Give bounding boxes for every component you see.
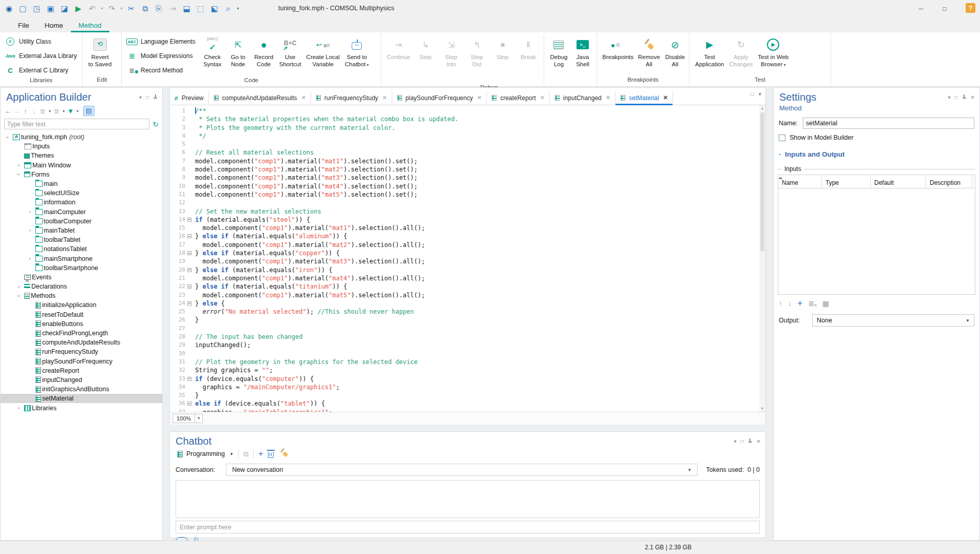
fold-marker-icon[interactable] — [185, 249, 193, 257]
tree-item-Libraries[interactable]: ›Libraries — [1, 403, 162, 412]
go-forward-icon[interactable]: → — [12, 107, 21, 115]
button-debug-log[interactable]: Debug Log — [544, 35, 570, 84]
button-model-expressions[interactable]: ≣Model Expressions — [125, 49, 198, 63]
close-tab-icon[interactable]: ✕ — [606, 94, 610, 101]
paste-icon[interactable]: ⎘ — [152, 4, 166, 13]
expand-arrow-icon[interactable]: › — [26, 227, 34, 233]
expand-arrow-icon[interactable]: › — [15, 162, 23, 168]
redo-dropdown-icon[interactable]: ▾ — [119, 6, 124, 11]
button-go-to-node[interactable]: ⇱Go to Node — [225, 35, 251, 68]
tree-item-Methods[interactable]: ›Methods — [1, 291, 162, 300]
customize-toolbar-icon[interactable]: ▾ — [235, 6, 241, 11]
move-down-icon[interactable]: ↓ — [788, 299, 792, 308]
button-record-method[interactable]: ≣Record Method — [125, 64, 198, 77]
tree-item-Forms[interactable]: ›Forms — [1, 170, 162, 179]
filter-icon[interactable]: ▼ — [66, 107, 75, 115]
tree-item-toolbarSmartphone[interactable]: toolbarSmartphone — [1, 263, 162, 273]
float-icon[interactable]: □ — [751, 91, 754, 98]
tree-item-toolbarComputer[interactable]: toolbarComputer — [1, 217, 162, 226]
zoom-dropdown-icon[interactable]: ▼ — [195, 414, 203, 423]
chevron-down-icon[interactable]: ▾ — [139, 94, 142, 100]
fold-marker-icon[interactable] — [185, 232, 193, 240]
fold-marker-icon[interactable] — [185, 266, 193, 274]
tree-item-resetToDefault[interactable]: resetToDefault — [1, 310, 162, 319]
tree-item-main[interactable]: main — [1, 179, 162, 188]
close-tab-icon[interactable]: ✕ — [477, 94, 482, 101]
undo-dropdown-icon[interactable]: ▾ — [99, 6, 105, 11]
column-header-unit[interactable]: Unit — [972, 175, 975, 188]
cut-icon[interactable]: ✂ — [124, 4, 138, 13]
tree-item-runFrequencyStudy[interactable]: runFrequencyStudy — [1, 347, 162, 356]
prompt-input[interactable] — [176, 524, 759, 531]
edit-table-icon[interactable]: ▦ — [822, 299, 829, 308]
tree-item-notationsTablet[interactable]: notationsTablet — [1, 244, 162, 254]
editor-tab-computeAndUpdateResults[interactable]: computeAndUpdateResults✕ — [209, 91, 311, 105]
tree-item-information[interactable]: information — [1, 198, 162, 207]
button-external-c-library[interactable]: CExternal C Library — [3, 64, 79, 77]
tree-item-playSoundForFrequency[interactable]: playSoundForFrequency — [1, 357, 162, 366]
close-icon[interactable]: ✕ — [757, 438, 761, 444]
tree-item-initGraphicsAndButtons[interactable]: initGraphicsAndButtons — [1, 385, 162, 394]
redo-icon[interactable]: ↷ — [105, 4, 119, 13]
column-header-name[interactable]: Name — [778, 175, 822, 188]
tree-item-tuning_fork.mph[interactable]: ›tuning_fork.mph(root) — [1, 132, 162, 142]
expand-arrow-icon[interactable]: › — [26, 209, 34, 215]
tree-item-Main Window[interactable]: ›Main Window — [1, 161, 162, 170]
tree-item-initializeApplication[interactable]: initializeApplication — [1, 300, 162, 310]
undo-icon[interactable]: ↶ — [85, 4, 99, 13]
select-region-icon[interactable]: ⬚ — [194, 4, 207, 13]
fold-marker-icon[interactable] — [185, 216, 193, 224]
scroll-down-icon[interactable]: ▼ — [759, 406, 765, 412]
editor-tab-Preview[interactable]: ⌕Preview — [170, 91, 209, 105]
delete-input-icon[interactable]: ≣ₓ — [809, 299, 817, 308]
chevron-down-icon[interactable]: ▾ — [734, 438, 737, 444]
restart-session-icon[interactable]: ⧉ — [243, 450, 248, 459]
vertical-scrollbar[interactable]: ▲ ▼ — [759, 105, 765, 412]
ribbon-tab-method[interactable]: Method — [71, 19, 109, 32]
ribbon-tab-home[interactable]: Home — [37, 19, 71, 32]
go-back-icon[interactable]: ← — [4, 107, 12, 115]
find-icon[interactable]: ⌕ — [221, 4, 235, 13]
scrollbar-thumb[interactable] — [760, 112, 764, 251]
fold-marker-icon[interactable] — [185, 399, 193, 408]
tree-item-inputChanged[interactable]: inputChanged — [1, 375, 162, 385]
tree-item-mainSmartphone[interactable]: ›mainSmartphone — [1, 254, 162, 263]
column-header-description[interactable]: Description — [926, 175, 972, 188]
collapse-levels-dropdown-icon[interactable]: ▼ — [61, 109, 66, 113]
pin-icon[interactable] — [153, 94, 158, 100]
close-tab-icon[interactable]: ✕ — [663, 94, 668, 101]
collapse-arrow-icon[interactable]: › — [5, 133, 10, 141]
editor-tab-runFrequencyStudy[interactable]: runFrequencyStudy✕ — [311, 91, 392, 105]
save-icon[interactable]: ▣ — [44, 4, 57, 13]
tree-item-Events[interactable]: Events — [1, 273, 162, 282]
tree-item-setMaterial[interactable]: setMaterial — [1, 394, 162, 403]
tree-item-Themes[interactable]: Themes — [1, 151, 162, 160]
tree-item-Inputs[interactable]: Inputs — [1, 142, 162, 151]
conversation-dropdown[interactable]: New conversation ▼ — [226, 464, 698, 476]
float-icon[interactable]: □ — [741, 438, 744, 444]
expand-arrow-icon[interactable]: › — [15, 284, 23, 290]
show-in-model-builder-checkbox[interactable] — [779, 135, 785, 141]
new-file-icon[interactable]: ▢ — [16, 4, 30, 13]
mode-dropdown[interactable]: Programming ▼ — [176, 450, 234, 457]
button-create-local-variable[interactable]: a=Create Local Variable — [304, 35, 342, 68]
button-test-in-web-browser[interactable]: ▶Test in Web Browser ▾ — [755, 35, 791, 68]
float-icon[interactable]: □ — [146, 94, 149, 100]
filter-input[interactable] — [4, 119, 149, 129]
move-down-icon[interactable]: ↓ — [30, 107, 39, 115]
editor-tab-createReport[interactable]: createReport✕ — [487, 91, 550, 105]
close-tab-icon[interactable]: ✕ — [540, 94, 545, 101]
zoom-level[interactable]: 100% — [172, 414, 195, 423]
tree-item-createReport[interactable]: createReport — [1, 366, 162, 375]
fold-marker-icon[interactable] — [185, 282, 193, 291]
delete-conversation-icon[interactable] — [268, 452, 274, 458]
fold-marker-icon[interactable] — [185, 375, 193, 383]
refresh-icon[interactable]: ↻ — [152, 120, 159, 128]
editor-tab-inputChanged[interactable]: inputChanged✕ — [550, 91, 616, 105]
paste-forward-icon[interactable]: ⇥ — [166, 4, 180, 13]
button-record-code[interactable]: ●Record Code — [251, 35, 277, 68]
move-up-icon[interactable]: ↑ — [21, 107, 30, 115]
filter-dropdown-icon[interactable]: ▼ — [75, 109, 80, 113]
column-header-default[interactable]: Default — [871, 175, 926, 188]
help-icon[interactable]: ? — [966, 3, 975, 13]
